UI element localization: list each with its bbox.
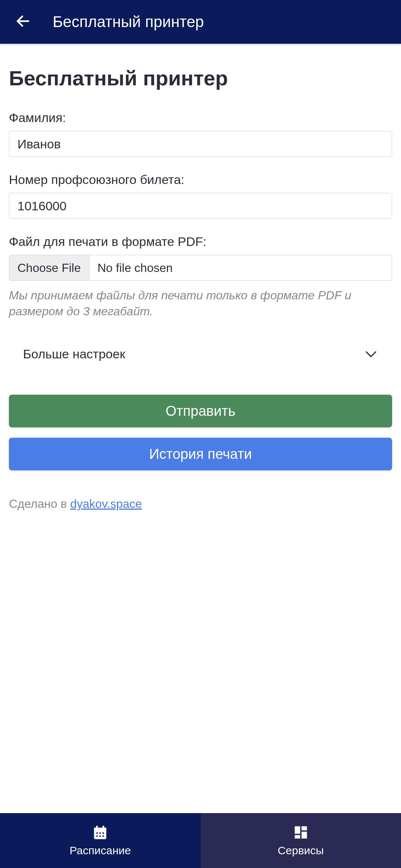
calendar-icon [92, 824, 108, 841]
file-label: Файл для печати в формате PDF: [9, 234, 392, 249]
choose-file-button[interactable]: Choose File [9, 255, 89, 280]
footer-credit: Сделано в dyakov.space [9, 497, 392, 511]
chevron-down-icon [364, 347, 378, 361]
surname-field-group: Фамилия: [9, 111, 392, 157]
svg-point-10 [102, 835, 104, 837]
header-title: Бесплатный принтер [53, 13, 204, 31]
svg-rect-2 [94, 828, 106, 830]
svg-point-7 [102, 832, 104, 834]
history-button[interactable]: История печати [9, 438, 392, 470]
svg-rect-14 [295, 835, 300, 838]
ticket-field-group: Номер профсоюзного билета: [9, 172, 392, 219]
svg-point-5 [96, 832, 98, 834]
main-content: Бесплатный принтер Фамилия: Номер профсо… [0, 44, 401, 813]
page-title: Бесплатный принтер [9, 66, 392, 90]
file-field-group: Файл для печати в формате PDF: Choose Fi… [9, 234, 392, 319]
ticket-input[interactable] [9, 193, 392, 219]
svg-rect-13 [302, 832, 307, 838]
nav-services[interactable]: Сервисы [201, 813, 401, 868]
grid-icon [293, 824, 309, 841]
nav-schedule-label: Расписание [70, 844, 131, 857]
surname-input[interactable] [9, 131, 392, 157]
back-button[interactable] [15, 13, 31, 31]
surname-label: Фамилия: [9, 111, 392, 125]
app-header: Бесплатный принтер [0, 0, 401, 44]
more-settings-expander[interactable]: Больше настроек [9, 339, 392, 369]
file-status-text: No file chosen [89, 255, 392, 280]
nav-services-label: Сервисы [278, 844, 324, 857]
credit-link[interactable]: dyakov.space [70, 497, 142, 510]
svg-point-6 [99, 832, 101, 834]
made-in-text: Сделано в [9, 497, 70, 510]
svg-point-9 [99, 835, 101, 837]
bottom-nav: Расписание Сервисы [0, 813, 401, 868]
nav-schedule[interactable]: Расписание [0, 813, 201, 868]
back-arrow-icon [15, 13, 31, 31]
submit-button[interactable]: Отправить [9, 395, 392, 427]
svg-rect-3 [96, 826, 98, 829]
expander-label: Больше настроек [23, 347, 125, 361]
svg-point-8 [96, 835, 98, 837]
svg-rect-11 [295, 826, 300, 834]
file-input-row: Choose File No file chosen [9, 255, 392, 281]
svg-rect-12 [302, 826, 307, 831]
file-helper-text: Мы принимаем файлы для печати только в ф… [9, 287, 392, 319]
svg-rect-4 [103, 826, 105, 829]
ticket-label: Номер профсоюзного билета: [9, 172, 392, 187]
